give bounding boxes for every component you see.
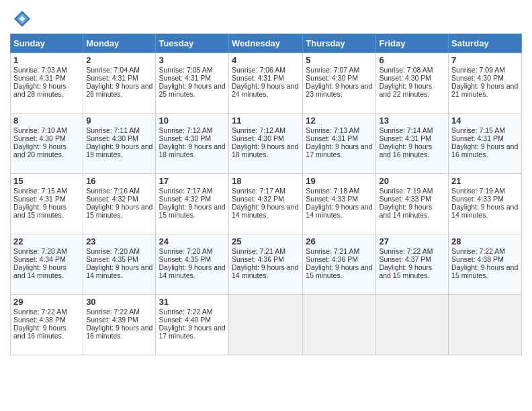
sunset-text: Sunset: 4:32 PM [159,195,211,203]
daylight-text: Daylight: 9 hours and 20 minutes. [13,142,66,158]
daylight-text: Daylight: 9 hours and 28 minutes. [13,82,66,98]
sunrise-text: Sunrise: 7:20 AM [13,247,67,255]
day-number: 27 [379,236,445,246]
daylight-text: Daylight: 9 hours and 18 minutes. [159,142,225,158]
daylight-text: Daylight: 9 hours and 22 minutes. [379,82,432,98]
day-number: 9 [86,116,152,126]
day-header-saturday: Saturday [449,34,522,53]
calendar-cell: 29Sunrise: 7:22 AMSunset: 4:38 PMDayligh… [11,295,83,355]
daylight-text: Daylight: 9 hours and 26 minutes. [86,82,152,98]
day-number: 20 [379,176,445,186]
sunset-text: Sunset: 4:40 PM [159,316,211,324]
daylight-text: Daylight: 9 hours and 24 minutes. [232,82,298,98]
sunset-text: Sunset: 4:30 PM [306,74,358,82]
sunset-text: Sunset: 4:30 PM [86,134,138,142]
calendar-cell: 25Sunrise: 7:21 AMSunset: 4:36 PMDayligh… [229,234,303,295]
daylight-text: Daylight: 9 hours and 16 minutes. [86,324,152,340]
day-header-sunday: Sunday [11,34,83,53]
calendar-cell: 19Sunrise: 7:18 AMSunset: 4:33 PMDayligh… [303,174,376,234]
daylight-text: Daylight: 9 hours and 17 minutes. [306,142,372,158]
sunset-text: Sunset: 4:31 PM [159,74,211,82]
sunrise-text: Sunrise: 7:22 AM [159,308,212,316]
calendar-cell [376,295,449,355]
day-number: 3 [159,55,226,65]
day-number: 18 [232,176,300,186]
calendar-cell: 17Sunrise: 7:17 AMSunset: 4:32 PMDayligh… [156,174,229,234]
calendar-cell: 7Sunrise: 7:09 AMSunset: 4:30 PMDaylight… [449,53,522,113]
day-number: 8 [13,116,80,126]
sunset-text: Sunset: 4:35 PM [86,255,138,263]
day-header-monday: Monday [83,34,156,53]
sunrise-text: Sunrise: 7:18 AM [306,187,359,195]
day-number: 14 [451,116,519,126]
daylight-text: Daylight: 9 hours and 14 minutes. [232,263,298,279]
sunset-text: Sunset: 4:31 PM [379,134,431,142]
day-header-friday: Friday [376,34,449,53]
sunrise-text: Sunrise: 7:03 AM [13,66,67,74]
sunrise-text: Sunrise: 7:10 AM [13,126,67,134]
day-number: 28 [451,236,519,246]
sunrise-text: Sunrise: 7:17 AM [159,187,212,195]
day-number: 2 [86,55,152,65]
daylight-text: Daylight: 9 hours and 15 minutes. [451,263,518,279]
sunrise-text: Sunrise: 7:19 AM [451,187,505,195]
calendar-cell: 11Sunrise: 7:12 AMSunset: 4:30 PMDayligh… [229,113,303,174]
daylight-text: Daylight: 9 hours and 23 minutes. [306,82,372,98]
day-number: 17 [159,176,226,186]
day-number: 11 [232,116,300,126]
day-number: 13 [379,116,445,126]
calendar-cell [229,295,303,355]
sunset-text: Sunset: 4:32 PM [232,195,284,203]
calendar-cell: 1Sunrise: 7:03 AMSunset: 4:31 PMDaylight… [11,53,83,113]
day-number: 4 [232,55,300,65]
sunset-text: Sunset: 4:30 PM [13,134,66,142]
day-number: 1 [13,55,80,65]
calendar-cell [449,295,522,355]
sunset-text: Sunset: 4:31 PM [13,74,66,82]
daylight-text: Daylight: 9 hours and 14 minutes. [159,263,225,279]
sunrise-text: Sunrise: 7:09 AM [451,66,505,74]
day-header-tuesday: Tuesday [156,34,229,53]
daylight-text: Daylight: 9 hours and 19 minutes. [86,142,152,158]
sunrise-text: Sunrise: 7:22 AM [379,247,433,255]
daylight-text: Daylight: 9 hours and 14 minutes. [306,203,372,219]
calendar-cell: 6Sunrise: 7:08 AMSunset: 4:30 PMDaylight… [376,53,449,113]
daylight-text: Daylight: 9 hours and 14 minutes. [13,263,66,279]
day-number: 31 [159,297,226,307]
sunrise-text: Sunrise: 7:22 AM [86,308,140,316]
sunset-text: Sunset: 4:31 PM [13,195,66,203]
sunset-text: Sunset: 4:33 PM [306,195,358,203]
header [10,7,522,28]
sunset-text: Sunset: 4:31 PM [451,134,504,142]
sunrise-text: Sunrise: 7:21 AM [306,247,359,255]
sunset-text: Sunset: 4:37 PM [379,255,431,263]
daylight-text: Daylight: 9 hours and 14 minutes. [232,203,298,219]
calendar-cell: 31Sunrise: 7:22 AMSunset: 4:40 PMDayligh… [156,295,229,355]
daylight-text: Daylight: 9 hours and 15 minutes. [13,203,66,219]
calendar-cell: 20Sunrise: 7:19 AMSunset: 4:33 PMDayligh… [376,174,449,234]
daylight-text: Daylight: 9 hours and 15 minutes. [306,263,372,279]
calendar-cell: 16Sunrise: 7:16 AMSunset: 4:32 PMDayligh… [83,174,156,234]
calendar-cell [303,295,376,355]
daylight-text: Daylight: 9 hours and 17 minutes. [159,324,225,340]
calendar-cell: 4Sunrise: 7:06 AMSunset: 4:31 PMDaylight… [229,53,303,113]
calendar-cell: 26Sunrise: 7:21 AMSunset: 4:36 PMDayligh… [303,234,376,295]
daylight-text: Daylight: 9 hours and 14 minutes. [451,203,518,219]
daylight-text: Daylight: 9 hours and 21 minutes. [451,82,518,98]
sunset-text: Sunset: 4:32 PM [86,195,138,203]
day-number: 29 [13,297,80,307]
calendar-cell: 21Sunrise: 7:19 AMSunset: 4:33 PMDayligh… [449,174,522,234]
day-number: 21 [451,176,519,186]
sunset-text: Sunset: 4:31 PM [86,74,138,82]
calendar-row-3: 15Sunrise: 7:15 AMSunset: 4:31 PMDayligh… [11,174,522,234]
calendar-row-1: 1Sunrise: 7:03 AMSunset: 4:31 PMDaylight… [11,53,522,113]
daylight-text: Daylight: 9 hours and 15 minutes. [159,203,225,219]
sunrise-text: Sunrise: 7:22 AM [13,308,67,316]
calendar-cell: 28Sunrise: 7:22 AMSunset: 4:38 PMDayligh… [449,234,522,295]
sunset-text: Sunset: 4:30 PM [232,134,284,142]
calendar-row-5: 29Sunrise: 7:22 AMSunset: 4:38 PMDayligh… [11,295,522,355]
sunrise-text: Sunrise: 7:13 AM [306,126,359,134]
sunrise-text: Sunrise: 7:04 AM [86,66,140,74]
calendar-cell: 10Sunrise: 7:12 AMSunset: 4:30 PMDayligh… [156,113,229,174]
calendar-cell: 2Sunrise: 7:04 AMSunset: 4:31 PMDaylight… [83,53,156,113]
